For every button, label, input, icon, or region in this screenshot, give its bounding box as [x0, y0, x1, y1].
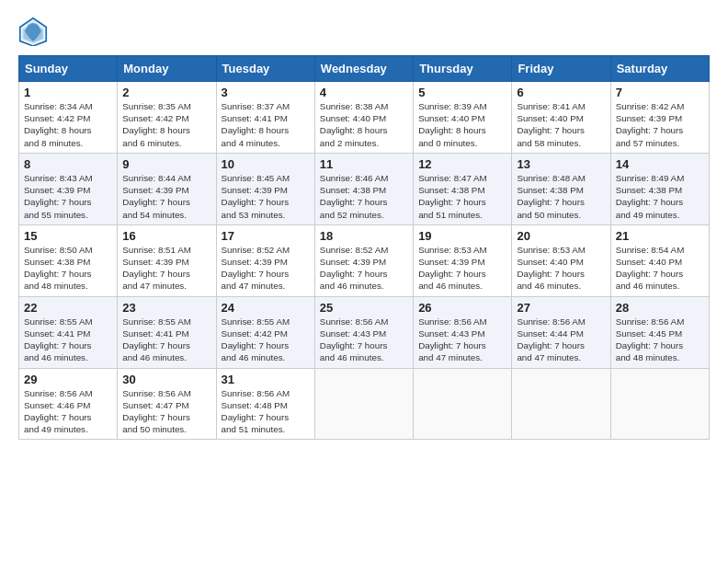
day-number: 31	[222, 373, 310, 386]
calendar-cell: 14Sunrise: 8:49 AM Sunset: 4:38 PM Dayli…	[610, 153, 709, 224]
logo-icon	[18, 17, 48, 46]
calendar-cell: 30Sunrise: 8:56 AM Sunset: 4:47 PM Dayli…	[118, 368, 216, 440]
day-detail: Sunrise: 8:52 AM Sunset: 4:39 PM Dayligh…	[222, 245, 290, 292]
day-number: 20	[517, 229, 605, 243]
day-number: 8	[24, 157, 112, 171]
day-number: 9	[122, 157, 210, 171]
calendar-cell: 9Sunrise: 8:44 AM Sunset: 4:39 PM Daylig…	[118, 153, 216, 224]
weekday-header: Wednesday	[314, 56, 413, 82]
calendar-cell: 2Sunrise: 8:35 AM Sunset: 4:42 PM Daylig…	[118, 82, 216, 154]
day-detail: Sunrise: 8:56 AM Sunset: 4:48 PM Dayligh…	[222, 388, 290, 435]
calendar-cell	[414, 368, 512, 440]
day-detail: Sunrise: 8:47 AM Sunset: 4:38 PM Dayligh…	[418, 173, 487, 220]
day-detail: Sunrise: 8:42 AM Sunset: 4:39 PM Dayligh…	[616, 101, 685, 148]
day-number: 15	[24, 229, 112, 243]
weekday-header: Sunday	[19, 56, 118, 82]
day-number: 22	[24, 301, 112, 315]
calendar-cell: 13Sunrise: 8:48 AM Sunset: 4:38 PM Dayli…	[512, 153, 610, 224]
day-detail: Sunrise: 8:56 AM Sunset: 4:45 PM Dayligh…	[616, 316, 685, 363]
calendar-cell: 19Sunrise: 8:53 AM Sunset: 4:39 PM Dayli…	[414, 224, 512, 296]
calendar-cell: 7Sunrise: 8:42 AM Sunset: 4:39 PM Daylig…	[610, 82, 709, 154]
logo	[18, 17, 51, 46]
calendar-cell: 18Sunrise: 8:52 AM Sunset: 4:39 PM Dayli…	[314, 224, 413, 296]
day-detail: Sunrise: 8:34 AM Sunset: 4:42 PM Dayligh…	[24, 101, 93, 148]
day-number: 6	[517, 86, 605, 99]
calendar-cell: 4Sunrise: 8:38 AM Sunset: 4:40 PM Daylig…	[314, 82, 413, 154]
calendar-cell: 3Sunrise: 8:37 AM Sunset: 4:41 PM Daylig…	[216, 82, 314, 154]
day-detail: Sunrise: 8:54 AM Sunset: 4:40 PM Dayligh…	[616, 245, 685, 292]
weekday-header: Monday	[118, 56, 216, 82]
calendar-cell: 26Sunrise: 8:56 AM Sunset: 4:43 PM Dayli…	[414, 296, 512, 368]
day-detail: Sunrise: 8:41 AM Sunset: 4:40 PM Dayligh…	[517, 101, 586, 148]
day-detail: Sunrise: 8:52 AM Sunset: 4:39 PM Dayligh…	[320, 245, 389, 292]
calendar-week-row: 1Sunrise: 8:34 AM Sunset: 4:42 PM Daylig…	[19, 82, 710, 154]
day-number: 7	[616, 86, 704, 99]
calendar-table: SundayMondayTuesdayWednesdayThursdayFrid…	[18, 55, 710, 440]
calendar-cell: 10Sunrise: 8:45 AM Sunset: 4:39 PM Dayli…	[216, 153, 314, 224]
weekday-header: Saturday	[610, 56, 709, 82]
day-detail: Sunrise: 8:56 AM Sunset: 4:46 PM Dayligh…	[24, 388, 93, 435]
day-number: 2	[122, 86, 210, 99]
calendar-cell: 24Sunrise: 8:55 AM Sunset: 4:42 PM Dayli…	[216, 296, 314, 368]
calendar-cell	[610, 368, 709, 440]
day-number: 21	[616, 229, 704, 243]
day-number: 23	[122, 301, 210, 315]
day-number: 24	[222, 301, 310, 315]
day-detail: Sunrise: 8:56 AM Sunset: 4:47 PM Dayligh…	[122, 388, 191, 435]
day-number: 1	[24, 86, 112, 99]
calendar-week-row: 29Sunrise: 8:56 AM Sunset: 4:46 PM Dayli…	[19, 368, 710, 440]
day-number: 12	[418, 157, 506, 171]
calendar-cell: 12Sunrise: 8:47 AM Sunset: 4:38 PM Dayli…	[414, 153, 512, 224]
day-detail: Sunrise: 8:46 AM Sunset: 4:38 PM Dayligh…	[320, 173, 389, 220]
day-number: 17	[222, 229, 310, 243]
day-detail: Sunrise: 8:56 AM Sunset: 4:43 PM Dayligh…	[320, 316, 389, 363]
calendar-cell: 16Sunrise: 8:51 AM Sunset: 4:39 PM Dayli…	[118, 224, 216, 296]
day-detail: Sunrise: 8:55 AM Sunset: 4:41 PM Dayligh…	[122, 316, 191, 363]
calendar-cell	[512, 368, 610, 440]
day-number: 10	[222, 157, 310, 171]
day-number: 16	[122, 229, 210, 243]
day-detail: Sunrise: 8:53 AM Sunset: 4:40 PM Dayligh…	[517, 245, 586, 292]
weekday-header: Tuesday	[216, 56, 314, 82]
page: SundayMondayTuesdayWednesdayThursdayFrid…	[0, 0, 728, 563]
day-detail: Sunrise: 8:55 AM Sunset: 4:42 PM Dayligh…	[222, 316, 290, 363]
calendar-cell: 17Sunrise: 8:52 AM Sunset: 4:39 PM Dayli…	[216, 224, 314, 296]
calendar-cell: 22Sunrise: 8:55 AM Sunset: 4:41 PM Dayli…	[19, 296, 118, 368]
day-detail: Sunrise: 8:48 AM Sunset: 4:38 PM Dayligh…	[517, 173, 586, 220]
weekday-header: Thursday	[414, 56, 512, 82]
calendar-week-row: 22Sunrise: 8:55 AM Sunset: 4:41 PM Dayli…	[19, 296, 710, 368]
day-number: 14	[616, 157, 704, 171]
calendar-cell: 23Sunrise: 8:55 AM Sunset: 4:41 PM Dayli…	[118, 296, 216, 368]
day-number: 27	[517, 301, 605, 315]
calendar-cell: 15Sunrise: 8:50 AM Sunset: 4:38 PM Dayli…	[19, 224, 118, 296]
day-detail: Sunrise: 8:38 AM Sunset: 4:40 PM Dayligh…	[320, 101, 389, 148]
day-detail: Sunrise: 8:55 AM Sunset: 4:41 PM Dayligh…	[24, 316, 93, 363]
calendar-cell	[314, 368, 413, 440]
header-row: SundayMondayTuesdayWednesdayThursdayFrid…	[19, 56, 710, 82]
calendar-cell: 31Sunrise: 8:56 AM Sunset: 4:48 PM Dayli…	[216, 368, 314, 440]
day-number: 3	[222, 86, 310, 99]
day-number: 19	[418, 229, 506, 243]
day-detail: Sunrise: 8:45 AM Sunset: 4:39 PM Dayligh…	[222, 173, 290, 220]
day-detail: Sunrise: 8:44 AM Sunset: 4:39 PM Dayligh…	[122, 173, 191, 220]
calendar-cell: 6Sunrise: 8:41 AM Sunset: 4:40 PM Daylig…	[512, 82, 610, 154]
day-number: 11	[320, 157, 408, 171]
day-number: 30	[122, 373, 210, 386]
day-detail: Sunrise: 8:43 AM Sunset: 4:39 PM Dayligh…	[24, 173, 93, 220]
calendar-week-row: 8Sunrise: 8:43 AM Sunset: 4:39 PM Daylig…	[19, 153, 710, 224]
day-detail: Sunrise: 8:37 AM Sunset: 4:41 PM Dayligh…	[222, 101, 290, 148]
calendar-cell: 27Sunrise: 8:56 AM Sunset: 4:44 PM Dayli…	[512, 296, 610, 368]
calendar-week-row: 15Sunrise: 8:50 AM Sunset: 4:38 PM Dayli…	[19, 224, 710, 296]
calendar-cell: 8Sunrise: 8:43 AM Sunset: 4:39 PM Daylig…	[19, 153, 118, 224]
calendar-cell: 28Sunrise: 8:56 AM Sunset: 4:45 PM Dayli…	[610, 296, 709, 368]
day-detail: Sunrise: 8:56 AM Sunset: 4:44 PM Dayligh…	[517, 316, 586, 363]
calendar-cell: 29Sunrise: 8:56 AM Sunset: 4:46 PM Dayli…	[19, 368, 118, 440]
calendar-cell: 11Sunrise: 8:46 AM Sunset: 4:38 PM Dayli…	[314, 153, 413, 224]
day-detail: Sunrise: 8:50 AM Sunset: 4:38 PM Dayligh…	[24, 245, 93, 292]
calendar-cell: 1Sunrise: 8:34 AM Sunset: 4:42 PM Daylig…	[19, 82, 118, 154]
day-detail: Sunrise: 8:51 AM Sunset: 4:39 PM Dayligh…	[122, 245, 191, 292]
weekday-header: Friday	[512, 56, 610, 82]
day-number: 26	[418, 301, 506, 315]
day-detail: Sunrise: 8:39 AM Sunset: 4:40 PM Dayligh…	[418, 101, 487, 148]
day-number: 13	[517, 157, 605, 171]
